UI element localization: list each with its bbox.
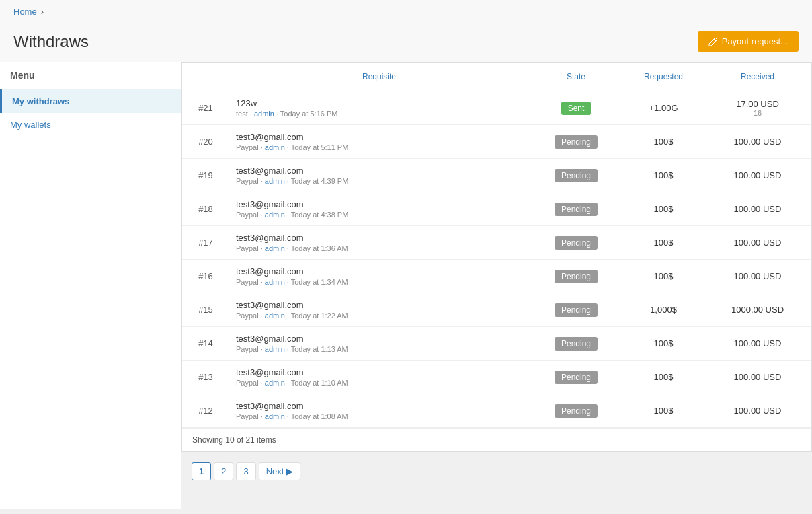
state-badge: Pending [555, 371, 598, 384]
breadcrumb-home[interactable]: Home [13, 7, 37, 17]
state-badge: Sent [561, 102, 592, 115]
requisite-sub: Paypal · admin · Today at 5:11 PM [236, 143, 522, 151]
sidebar-item-my-withdraws[interactable]: My withdraws [0, 89, 181, 113]
payout-request-button[interactable]: Payout request... [698, 31, 799, 52]
row-state: Pending [529, 303, 623, 317]
row-state: Pending [529, 236, 623, 250]
requisite-sub: Paypal · admin · Today at 4:38 PM [236, 211, 522, 219]
main-content: Requisite State Requested Received #21 1… [181, 62, 812, 509]
page-2-button[interactable]: 2 [214, 462, 233, 480]
requisite-user-link[interactable]: admin [265, 412, 285, 420]
row-requisite: test3@gmail.com Paypal · admin · Today a… [229, 367, 529, 387]
received-main: 100.00 USD [704, 372, 811, 382]
received-main: 100.00 USD [704, 406, 811, 416]
row-requisite: test3@gmail.com Paypal · admin · Today a… [229, 233, 529, 252]
row-received: 100.00 USD [704, 170, 811, 180]
received-main: 17.00 USD [704, 99, 811, 109]
table-row: #14 test3@gmail.com Paypal · admin · Tod… [182, 327, 811, 361]
row-requested: 100$ [623, 137, 704, 147]
row-requisite: test3@gmail.com Paypal · admin · Today a… [229, 132, 529, 151]
state-badge: Pending [555, 135, 598, 149]
requisite-main: test3@gmail.com [236, 367, 522, 377]
requisite-user-link[interactable]: admin [265, 311, 285, 320]
row-received: 17.00 USD16 [704, 99, 811, 117]
requisite-user-link[interactable]: admin [265, 345, 285, 353]
page-title: Withdraws [13, 32, 89, 51]
table-header: Requisite State Requested Received [182, 63, 811, 91]
received-main: 100.00 USD [704, 170, 811, 180]
page-1-button[interactable]: 1 [192, 462, 211, 480]
next-page-button[interactable]: Next ▶ [259, 462, 300, 480]
col-header-requested: Requested [623, 69, 704, 84]
row-received: 100.00 USD [704, 204, 811, 214]
row-state: Pending [529, 203, 623, 216]
table-row: #17 test3@gmail.com Paypal · admin · Tod… [182, 226, 811, 260]
requisite-sub: Paypal · admin · Today at 1:08 AM [236, 412, 522, 420]
state-badge: Pending [555, 236, 598, 250]
row-id: #21 [182, 103, 229, 113]
requisite-user-link[interactable]: admin [265, 211, 285, 219]
requisite-main: 123w [236, 98, 522, 108]
received-main: 100.00 USD [704, 271, 811, 281]
row-requested: 100$ [623, 406, 704, 416]
table-row: #15 test3@gmail.com Paypal · admin · Tod… [182, 293, 811, 327]
row-requested: 1,000$ [623, 305, 704, 315]
row-requisite: test3@gmail.com Paypal · admin · Today a… [229, 199, 529, 219]
requisite-user-link[interactable]: admin [265, 278, 285, 286]
sidebar-item-my-wallets[interactable]: My wallets [0, 113, 181, 137]
breadcrumb: Home › [13, 7, 799, 17]
row-received: 100.00 USD [704, 338, 811, 348]
row-requisite: test3@gmail.com Paypal · admin · Today a… [229, 166, 529, 185]
requisite-main: test3@gmail.com [236, 334, 522, 344]
row-state: Pending [529, 169, 623, 182]
sidebar-menu-label: Menu [0, 62, 181, 89]
row-id: #18 [182, 204, 229, 214]
received-main: 100.00 USD [704, 237, 811, 248]
row-requested: 100$ [623, 271, 704, 281]
requisite-sub: test · admin · Today at 5:16 PM [236, 110, 522, 118]
requisite-user-link[interactable]: admin [254, 110, 274, 118]
received-main: 100.00 USD [704, 137, 811, 147]
row-id: #15 [182, 305, 229, 315]
table-row: #13 test3@gmail.com Paypal · admin · Tod… [182, 361, 811, 394]
requisite-sub: Paypal · admin · Today at 1:22 AM [236, 311, 522, 320]
row-requisite: test3@gmail.com Paypal · admin · Today a… [229, 401, 529, 420]
requisite-sub: Paypal · admin · Today at 1:13 AM [236, 345, 522, 353]
row-received: 100.00 USD [704, 372, 811, 382]
row-id: #14 [182, 338, 229, 348]
withdraws-table: Requisite State Requested Received #21 1… [181, 62, 812, 452]
row-id: #19 [182, 170, 229, 180]
requisite-sub: Paypal · admin · Today at 1:10 AM [236, 379, 522, 387]
col-header-state: State [529, 69, 623, 84]
table-row: #20 test3@gmail.com Paypal · admin · Tod… [182, 125, 811, 159]
requisite-main: test3@gmail.com [236, 166, 522, 176]
row-requisite: test3@gmail.com Paypal · admin · Today a… [229, 334, 529, 353]
received-main: 100.00 USD [704, 338, 811, 348]
row-state: Pending [529, 270, 623, 283]
page-3-button[interactable]: 3 [236, 462, 255, 480]
row-requisite: test3@gmail.com Paypal · admin · Today a… [229, 300, 529, 320]
table-row: #12 test3@gmail.com Paypal · admin · Tod… [182, 394, 811, 428]
received-main: 1000.00 USD [704, 305, 811, 315]
requisite-user-link[interactable]: admin [265, 379, 285, 387]
row-requested: 100$ [623, 204, 704, 214]
requisite-user-link[interactable]: admin [265, 143, 285, 151]
row-received: 1000.00 USD [704, 305, 811, 315]
table-row: #19 test3@gmail.com Paypal · admin · Tod… [182, 159, 811, 192]
received-sub: 16 [704, 109, 811, 117]
row-received: 100.00 USD [704, 406, 811, 416]
pagination: 1 2 3 Next ▶ [181, 452, 812, 490]
table-row: #18 test3@gmail.com Paypal · admin · Tod… [182, 192, 811, 226]
requisite-sub: Paypal · admin · Today at 1:36 AM [236, 244, 522, 252]
requisite-user-link[interactable]: admin [265, 177, 285, 185]
requisite-main: test3@gmail.com [236, 300, 522, 310]
state-badge: Pending [555, 270, 598, 283]
table-row: #16 test3@gmail.com Paypal · admin · Tod… [182, 260, 811, 293]
row-id: #17 [182, 237, 229, 248]
edit-icon [708, 37, 718, 46]
requisite-sub: Paypal · admin · Today at 1:34 AM [236, 278, 522, 286]
requisite-user-link[interactable]: admin [265, 244, 285, 252]
state-badge: Pending [555, 337, 598, 351]
col-header-requisite: Requisite [229, 69, 529, 84]
requisite-sub: Paypal · admin · Today at 4:39 PM [236, 177, 522, 185]
